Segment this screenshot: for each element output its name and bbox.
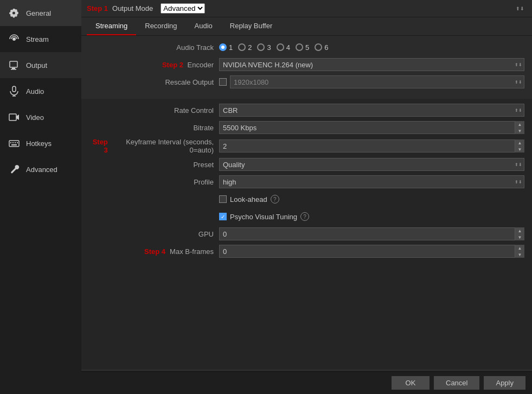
step1-label: Step 1 xyxy=(87,4,108,12)
keyframe-row: Step 3 Keyframe Interval (seconds, 0=aut… xyxy=(89,138,524,154)
keyframe-value: ▲ ▼ xyxy=(219,139,524,152)
svg-rect-9 xyxy=(10,142,11,143)
bitrate-value: ▲ ▼ xyxy=(219,121,524,134)
output-icon xyxy=(8,59,21,72)
rescale-value: 1920x1080 xyxy=(219,75,524,88)
apply-button[interactable]: Apply xyxy=(484,376,525,390)
sidebar-item-hotkeys[interactable]: Hotkeys xyxy=(0,130,81,156)
track-1[interactable]: 1 xyxy=(219,43,233,52)
bitrate-down[interactable]: ▼ xyxy=(515,128,524,134)
profile-label: Profile xyxy=(89,178,219,186)
sidebar-item-video-label: Video xyxy=(26,113,44,122)
max-bframes-spinner: ▲ ▼ xyxy=(219,245,524,258)
track-4[interactable]: 4 xyxy=(277,43,290,52)
rate-control-select[interactable]: CBR xyxy=(219,104,524,117)
psycho-help-icon[interactable]: ? xyxy=(300,212,309,221)
main-content: Step 1 Output Mode Advanced Simple Strea… xyxy=(81,0,532,394)
tab-streaming[interactable]: Streaming xyxy=(87,17,136,35)
content-area: Audio Track 1 2 3 xyxy=(81,36,532,371)
rate-control-value: CBR xyxy=(219,104,524,117)
bottom-bar: OK Cancel Apply xyxy=(81,371,532,394)
gpu-down[interactable]: ▼ xyxy=(515,234,524,240)
preset-select[interactable]: Quality xyxy=(219,158,524,171)
max-bframes-up[interactable]: ▲ xyxy=(515,245,524,251)
bitrate-input[interactable] xyxy=(219,121,524,134)
gpu-spinner: ▲ ▼ xyxy=(219,227,524,240)
max-bframes-input[interactable] xyxy=(219,245,524,258)
keyframe-spinner-btns: ▲ ▼ xyxy=(515,139,524,152)
svg-rect-1 xyxy=(10,61,17,67)
stream-icon xyxy=(8,33,21,46)
radio-track-5[interactable] xyxy=(296,43,303,51)
bitrate-row: Bitrate ▲ ▼ xyxy=(89,120,524,135)
radio-track-3[interactable] xyxy=(257,43,265,51)
track-6[interactable]: 6 xyxy=(315,43,328,52)
psycho-checkbox[interactable]: ✓ xyxy=(219,213,227,220)
rescale-checkbox[interactable] xyxy=(219,78,227,86)
psycho-row: ✓ Psycho Visual Tuning ? xyxy=(89,209,524,224)
radio-track-2[interactable] xyxy=(238,43,246,51)
encoder-row: Step 2 Encoder NVIDIA NVENC H.264 (new) xyxy=(89,58,524,72)
gpu-label: GPU xyxy=(89,230,219,238)
radio-track-1[interactable] xyxy=(219,43,227,51)
keyframe-input[interactable] xyxy=(219,139,524,152)
sidebar-item-advanced[interactable]: Advanced xyxy=(0,156,81,182)
dark-section: Rate Control CBR Bitrate xyxy=(81,99,532,369)
preset-value: Quality xyxy=(219,158,524,171)
sidebar-item-output[interactable]: Output xyxy=(0,52,81,78)
tab-recording[interactable]: Recording xyxy=(136,17,185,35)
sidebar-item-audio-label: Audio xyxy=(26,87,44,96)
audio-track-value: 1 2 3 4 5 xyxy=(219,43,524,52)
output-mode-select[interactable]: Advanced Simple xyxy=(161,3,205,14)
sidebar-item-stream[interactable]: Stream xyxy=(0,26,81,52)
rescale-input-wrapper: 1920x1080 xyxy=(230,75,524,88)
tab-audio[interactable]: Audio xyxy=(186,17,221,35)
sidebar-item-general-label: General xyxy=(26,9,51,17)
svg-rect-10 xyxy=(12,142,14,143)
gpu-input[interactable] xyxy=(219,227,524,240)
look-ahead-checkbox[interactable] xyxy=(219,195,227,203)
profile-select-wrapper: high xyxy=(219,175,524,188)
video-icon xyxy=(8,111,21,124)
top-bar: Step 1 Output Mode Advanced Simple xyxy=(81,0,532,17)
track-5[interactable]: 5 xyxy=(296,43,309,52)
ok-button[interactable]: OK xyxy=(392,376,430,390)
encoder-value: NVIDIA NVENC H.264 (new) xyxy=(219,58,524,71)
track-2[interactable]: 2 xyxy=(238,43,252,52)
sidebar-item-general[interactable]: General xyxy=(0,0,81,26)
svg-rect-12 xyxy=(17,142,18,143)
tab-replay-buffer[interactable]: Replay Buffer xyxy=(221,17,281,35)
rescale-resolution-select[interactable]: 1920x1080 xyxy=(230,75,524,88)
bitrate-up[interactable]: ▲ xyxy=(515,121,524,128)
bitrate-spinner: ▲ ▼ xyxy=(219,121,524,134)
svg-rect-2 xyxy=(12,68,15,69)
encoder-select-wrapper: NVIDIA NVENC H.264 (new) xyxy=(219,58,524,71)
max-bframes-label: Step 4 Max B-frames xyxy=(89,247,219,256)
gpu-up[interactable]: ▲ xyxy=(515,227,524,234)
keyframe-up[interactable]: ▲ xyxy=(515,139,524,146)
sidebar-item-video[interactable]: Video xyxy=(0,104,81,130)
sidebar-item-audio[interactable]: Audio xyxy=(0,78,81,104)
profile-select[interactable]: high xyxy=(219,175,524,188)
radio-track-6[interactable] xyxy=(315,43,322,51)
output-mode-label: Output Mode xyxy=(112,4,153,12)
sidebar-item-output-label: Output xyxy=(26,61,47,69)
gpu-spinner-btns: ▲ ▼ xyxy=(515,227,524,240)
look-ahead-help-icon[interactable]: ? xyxy=(271,195,279,204)
rate-control-row: Rate Control CBR xyxy=(89,103,524,117)
svg-rect-4 xyxy=(12,86,16,92)
encoder-select[interactable]: NVIDIA NVENC H.264 (new) xyxy=(219,58,524,71)
sidebar-item-advanced-label: Advanced xyxy=(26,166,57,174)
gpu-row: GPU ▲ ▼ xyxy=(89,227,524,241)
svg-point-0 xyxy=(12,37,16,41)
radio-track-4[interactable] xyxy=(277,43,284,51)
keyframe-down[interactable]: ▼ xyxy=(515,146,524,152)
cancel-button[interactable]: Cancel xyxy=(434,376,479,390)
svg-rect-11 xyxy=(15,142,16,143)
max-bframes-down[interactable]: ▼ xyxy=(515,251,524,258)
keyframe-label: Step 3 Keyframe Interval (seconds, 0=aut… xyxy=(89,138,219,154)
bitrate-spinner-btns: ▲ ▼ xyxy=(515,121,524,134)
rate-control-label: Rate Control xyxy=(89,106,219,115)
svg-rect-3 xyxy=(11,69,16,70)
track-3[interactable]: 3 xyxy=(257,43,271,52)
